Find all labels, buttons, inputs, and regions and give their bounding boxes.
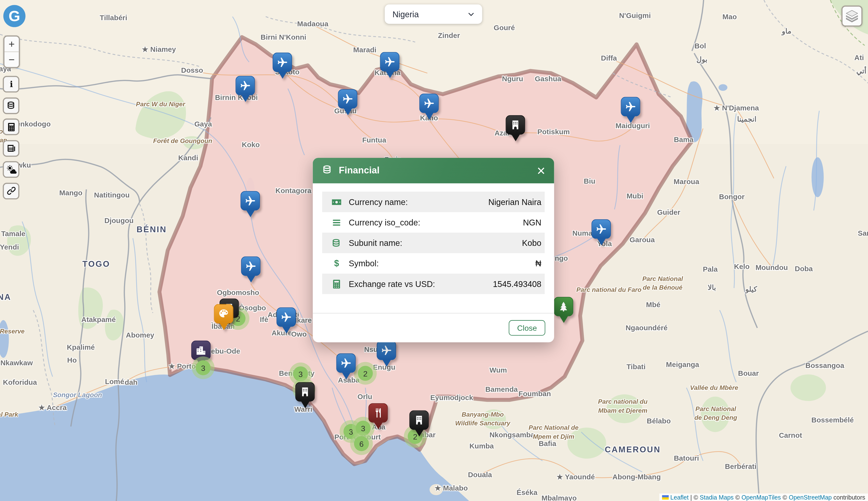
attribution-text: contributors	[832, 494, 865, 501]
attribution-link[interactable]: Stadia Maps	[700, 494, 734, 501]
modal-footer: Close	[313, 313, 554, 342]
map-marker-plane[interactable]	[419, 94, 439, 120]
plane-icon	[384, 56, 395, 67]
map-label: Mbé	[646, 301, 660, 309]
map-label: Moundou	[756, 263, 788, 271]
coins-icon	[331, 237, 342, 248]
attribution-link[interactable]: Leaflet	[670, 494, 688, 501]
zoom-control: + −	[3, 35, 20, 68]
map-label: ★ Yaoundé	[557, 473, 595, 481]
restaurant-icon	[372, 407, 384, 419]
map-marker-plane[interactable]	[592, 220, 611, 245]
map-label: Ngaoundéré	[626, 324, 668, 332]
map-label: Tillabéri	[100, 14, 127, 22]
financial-row: Currency iso_code: NGN	[322, 212, 545, 233]
map-label: Kpalimé	[67, 343, 95, 351]
map-marker-plane[interactable]	[273, 53, 292, 78]
country-select[interactable]: Nigeria	[385, 4, 482, 24]
calculator-icon	[6, 121, 16, 132]
sidebar-button-info[interactable]: i	[3, 76, 19, 93]
map-marker-plane[interactable]	[380, 52, 399, 78]
city-icon	[195, 345, 207, 356]
plane-icon	[381, 345, 392, 356]
map-label: Bossangoa	[805, 361, 844, 370]
cluster-count: 6	[359, 439, 364, 448]
marker-cluster[interactable]: 6	[354, 436, 369, 451]
map-marker-tree[interactable]	[554, 297, 573, 323]
cluster-count: 3	[201, 363, 205, 372]
financial-modal-header: Financial ×	[313, 158, 554, 183]
map-label: Abomey	[126, 331, 154, 339]
hotel-icon	[509, 119, 521, 131]
marker-cluster[interactable]: 2	[358, 366, 373, 381]
plane-icon	[625, 101, 636, 113]
attribution-link[interactable]: OpenMapTiles	[741, 494, 781, 501]
map-label: TOGO	[83, 259, 110, 268]
map-label: Reserve	[0, 328, 24, 334]
map-marker-hotel[interactable]	[409, 411, 429, 437]
map-label: Zinder	[438, 31, 460, 40]
map-label: CAMEROUN	[605, 445, 661, 454]
modal-close-icon[interactable]: ×	[537, 163, 545, 178]
map-label: Mpem et Djim	[533, 433, 574, 440]
attribution-link[interactable]: OpenStreetMap	[789, 494, 832, 501]
map-label: Yendi	[0, 243, 19, 251]
marker-cluster[interactable]: 3	[196, 360, 210, 375]
map-marker-plane[interactable]	[241, 191, 260, 217]
map-application: TillabériMadaouaGouréZinderMaradi★ Niame…	[0, 0, 868, 501]
map-marker-plane[interactable]	[336, 353, 356, 380]
map-label: Ho	[67, 356, 77, 364]
financial-row-label: Currency name:	[349, 197, 408, 207]
financial-row-label: Exchange rate vs USD:	[349, 279, 435, 289]
map-label: Djougou	[105, 216, 134, 224]
map-label: Bouar	[738, 369, 759, 377]
map-marker-plane[interactable]	[236, 76, 255, 102]
sidebar-button-climate[interactable]	[3, 161, 19, 178]
close-button[interactable]: Close	[509, 320, 545, 335]
map-marker-plane[interactable]	[377, 341, 396, 367]
map-label: al Park	[0, 411, 18, 418]
map-marker-plane[interactable]	[621, 97, 640, 123]
map-label: Orlu	[357, 393, 372, 401]
map-label: Funtua	[362, 136, 386, 144]
sidebar-button-financial[interactable]	[3, 97, 19, 114]
calculator-icon	[331, 278, 342, 289]
map-label: Mbalmayo	[542, 494, 577, 501]
map-marker-palette[interactable]	[214, 304, 234, 330]
map-label: ★ N'Djamena	[714, 104, 759, 112]
map-marker-hotel[interactable]	[295, 382, 315, 408]
map-label: Bongor	[719, 192, 745, 201]
cluster-count: 3	[361, 424, 365, 433]
map-marker-restaurant[interactable]	[369, 403, 388, 429]
map-label: Guider	[657, 208, 680, 216]
plane-icon	[276, 56, 288, 68]
map-label: Birni N'Konni	[261, 33, 306, 41]
map-label: Nkongsamba	[490, 431, 535, 439]
zoom-in-button[interactable]: +	[4, 36, 19, 52]
map-marker-hotel[interactable]	[506, 115, 525, 141]
sidebar-button-news[interactable]	[3, 140, 19, 156]
map-label: Biu	[584, 177, 596, 185]
marker-cluster[interactable]: 3	[293, 366, 308, 381]
financial-row-value: ₦	[535, 259, 542, 268]
cluster-count: 3	[349, 427, 353, 436]
sidebar-button-exchange[interactable]	[3, 118, 19, 135]
financial-row-value: Kobo	[522, 238, 542, 248]
map-marker-plane[interactable]	[241, 256, 261, 283]
app-logo[interactable]: G	[3, 5, 25, 27]
sidebar-button-links[interactable]	[3, 182, 19, 199]
map-label: Ati	[854, 53, 864, 62]
map-label: NA	[0, 292, 11, 301]
map-label: Eyumodjock	[430, 394, 473, 402]
map-label: Bossembélé	[811, 416, 854, 424]
map-label: Gashua	[535, 74, 561, 83]
zoom-out-button[interactable]: −	[4, 52, 19, 67]
map-marker-plane[interactable]	[276, 307, 296, 333]
tree-icon	[558, 301, 569, 312]
layers-control[interactable]	[842, 6, 862, 27]
map-label: Meiganga	[666, 360, 699, 369]
map-marker-plane[interactable]	[338, 89, 357, 115]
ukraine-flag-icon	[662, 495, 669, 500]
map-label: Éséka	[517, 488, 538, 497]
map-label: Parc national du Faro	[576, 286, 641, 293]
